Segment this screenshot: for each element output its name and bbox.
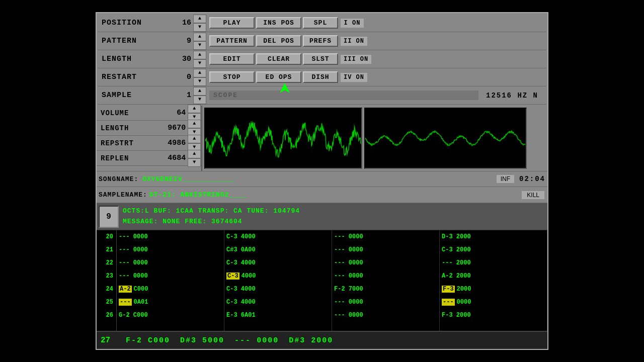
note-value: 4000 xyxy=(242,273,256,280)
status-line2: MESSAGE: NONE FREE: 3674604 xyxy=(123,217,545,227)
repstrt-row: REPSTRT 4986 ▲ ▼ xyxy=(97,136,201,151)
length-up[interactable]: ▲ xyxy=(193,51,206,59)
waveform-left xyxy=(204,108,362,169)
tracker-cell: C-3 4000 xyxy=(224,269,332,283)
del-pos-button[interactable]: DEL POS xyxy=(256,35,301,47)
restart-up[interactable]: ▲ xyxy=(193,69,206,77)
ins-pos-button[interactable]: INS POS xyxy=(256,17,301,29)
row-number: 25 xyxy=(97,296,116,309)
track-col-4: D-3 2000C-3 2000--- 2000A-2 2000F-3 2000… xyxy=(440,230,547,331)
waveform-right xyxy=(364,108,527,169)
hz-display: 12516 HZ N xyxy=(480,90,544,101)
tracker-cell: --- 0000 xyxy=(332,269,439,283)
cursor-arrow xyxy=(278,81,292,98)
tracker-cell: --- 0000 xyxy=(117,230,224,243)
sample-name-label: SAMPLENAME: xyxy=(99,191,147,199)
length-down[interactable]: ▼ xyxy=(193,59,206,68)
tracker-cell: F-2 7000 xyxy=(332,283,439,296)
tracker-cell: --- 0000 xyxy=(117,243,224,256)
restart-arrows: ▲ ▼ xyxy=(193,69,207,86)
current-col1-note: F-2 C000 xyxy=(126,336,170,345)
status-bar: 9 OCTS:L BUF: 1CAA TRANSP: CA TUNE: 1047… xyxy=(97,203,547,230)
song-name-value: OXYGENEIV____________ xyxy=(142,175,491,183)
row-number: 23 xyxy=(97,269,116,283)
length2-arrows: ▲ ▼ xyxy=(188,120,201,137)
dish-button[interactable]: DISH xyxy=(303,71,338,83)
position-value: 16 xyxy=(163,19,193,27)
repstrt-label: REPSTRT xyxy=(97,139,159,147)
volume-row: VOLUME 64 ▲ ▼ xyxy=(97,106,201,121)
restart-value: 0 xyxy=(163,73,193,81)
volume-up[interactable]: ▲ xyxy=(188,105,201,113)
waveform-area xyxy=(202,106,547,171)
scope-area: SCOPE 12516 HZ N xyxy=(207,86,546,104)
current-col2-note-name: D#3 xyxy=(180,336,197,345)
sample-row: SAMPLE 1 ▲ ▼ SCOPE 12516 HZ N xyxy=(98,86,546,105)
kill-button[interactable]: KILL xyxy=(521,190,545,200)
pattern-number: 9 xyxy=(99,206,119,228)
tracker-cell: --- 0000 xyxy=(332,230,439,243)
slst-button[interactable]: SLST xyxy=(303,53,338,65)
on1-button[interactable]: I ON xyxy=(340,18,365,29)
tracker-cell: C-3 2000 xyxy=(440,243,547,256)
sample-label: SAMPLE xyxy=(98,91,163,100)
inf-button[interactable]: INF xyxy=(496,174,515,184)
edit-button[interactable]: EDIT xyxy=(209,53,255,65)
restart-down[interactable]: ▼ xyxy=(193,77,206,86)
pattern-arrows: ▲ ▼ xyxy=(193,33,207,50)
repstrt-up[interactable]: ▲ xyxy=(188,135,201,143)
pattern-button[interactable]: PATTERN xyxy=(209,35,255,47)
replen-row: REPLEN 4684 ▲ ▼ xyxy=(97,151,201,166)
clear-button[interactable]: CLEAR xyxy=(256,53,301,65)
current-col2-note-val: 5000 xyxy=(202,336,224,345)
tracker-cell: C#3 0A00 xyxy=(224,243,332,256)
tracker-cell: F-3 2000 xyxy=(440,309,547,322)
waveform-section: VOLUME 64 ▲ ▼ LENGTH 9670 ▲ ▼ REPSTRT 49… xyxy=(97,106,547,171)
current-col1-note-name: F-2 xyxy=(126,336,142,345)
position-down[interactable]: ▼ xyxy=(193,23,206,32)
tracker-cell: E-3 6A01 xyxy=(224,309,332,322)
tracker-cell: --- 0A01 xyxy=(117,296,224,309)
stop-button[interactable]: STOP xyxy=(209,71,255,83)
volume-label: VOLUME xyxy=(97,109,159,117)
spl-button[interactable]: SPL xyxy=(303,17,338,29)
note-highlight: --- xyxy=(442,299,455,306)
row-number: 26 xyxy=(97,309,116,322)
scope-label: SCOPE xyxy=(209,90,478,100)
sample-up[interactable]: ▲ xyxy=(193,87,206,96)
current-col1-note-val: C000 xyxy=(148,336,170,345)
sample-down[interactable]: ▼ xyxy=(193,96,206,104)
current-row-number: 27 xyxy=(101,336,116,345)
length2-value: 9670 xyxy=(159,124,188,132)
row4-buttons: STOP ED OPS DISH IV ON xyxy=(207,68,546,86)
tracker-cell: --- 0000 xyxy=(440,296,547,309)
prefs-button[interactable]: PREFS xyxy=(303,35,338,47)
replen-up[interactable]: ▲ xyxy=(188,150,201,158)
repstrt-arrows: ▲ ▼ xyxy=(188,135,201,152)
row2-buttons: PATTERN DEL POS PREFS II ON xyxy=(207,32,546,50)
pattern-label: PATTERN xyxy=(98,37,163,45)
tracker-cell: C-3 4000 xyxy=(224,256,332,269)
play-button[interactable]: PLAY xyxy=(209,17,255,29)
top-controls: POSITION 16 ▲ ▼ PLAY INS POS SPL I ON PA… xyxy=(97,13,547,106)
volume-arrows: ▲ ▼ xyxy=(188,105,201,122)
tracker-cell: --- 0000 xyxy=(332,309,439,322)
tracker-cell: --- 0000 xyxy=(332,243,439,256)
length2-label: LENGTH xyxy=(97,124,159,132)
replen-down[interactable]: ▼ xyxy=(188,158,201,167)
row1-buttons: PLAY INS POS SPL I ON xyxy=(207,14,546,32)
note-value: 0000 xyxy=(457,299,471,306)
time-display: 02:04 xyxy=(519,175,545,183)
tracker-cell: --- 0000 xyxy=(117,256,224,269)
position-up[interactable]: ▲ xyxy=(193,15,206,23)
pattern-up[interactable]: ▲ xyxy=(193,33,206,41)
tracker-cell: F-3 2000 xyxy=(440,283,547,296)
on3-button[interactable]: III ON xyxy=(340,54,372,65)
on2-button[interactable]: II ON xyxy=(340,36,368,47)
song-name-label: SONGNAME: xyxy=(99,175,138,183)
note-highlight: C-3 xyxy=(226,273,239,280)
length2-up[interactable]: ▲ xyxy=(188,120,201,128)
tracker-cell: --- 2000 xyxy=(440,256,547,269)
on4-button[interactable]: IV ON xyxy=(340,72,368,83)
pattern-down[interactable]: ▼ xyxy=(193,41,206,50)
